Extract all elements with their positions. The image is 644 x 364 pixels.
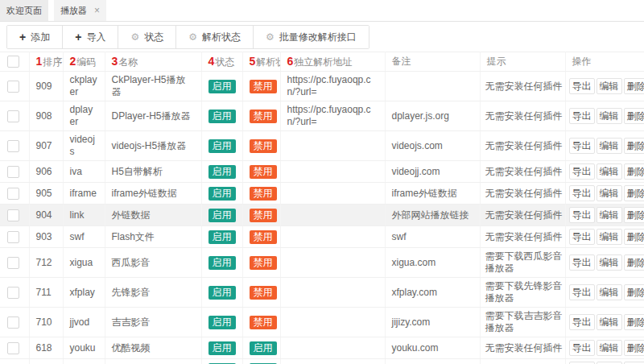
column-marker: 6 [287, 55, 294, 68]
status-badge: 启用 [208, 165, 236, 179]
edit-button[interactable]: 编辑 [597, 340, 622, 356]
hint-cell: 无需安装任何插件 [480, 226, 565, 248]
table-row: 710jjvod吉吉影音启用禁用jijizy.com需要下载吉吉影音播放器导出编… [0, 308, 644, 337]
remark-cell: videojj.com [385, 161, 480, 183]
url-cell [280, 183, 385, 205]
column-header: 提示 [480, 52, 565, 72]
edit-button[interactable]: 编辑 [597, 108, 622, 124]
url-cell [280, 248, 385, 278]
export-button[interactable]: 导出 [569, 254, 595, 271]
table-row: 907videojsvideojs-H5播放器启用禁用videojs.com无需… [0, 131, 644, 161]
table-row: 909ckplayerCkPlayer-H5播放器启用禁用https://pc.… [0, 72, 644, 101]
delete-button[interactable]: 删除 [624, 138, 644, 154]
name-cell: 优酷视频 [105, 337, 201, 359]
delete-button[interactable]: 删除 [624, 108, 644, 124]
delete-button[interactable]: 删除 [624, 340, 644, 356]
export-button[interactable]: 导出 [569, 314, 595, 330]
row-checkbox[interactable] [7, 257, 19, 269]
status-button[interactable]: ⚙ 状态 [118, 26, 176, 48]
add-button[interactable]: + 添加 [7, 26, 63, 48]
delete-button[interactable]: 删除 [624, 314, 644, 330]
column-header: 1排序 [29, 52, 63, 72]
remark-cell: jijizy.com [385, 308, 480, 337]
batch-modify-button[interactable]: ⚙ 批量修改解析接口 [254, 26, 369, 48]
toolbar-button-group: + 添加 + 导入 ⚙ 状态 ⚙ 解析状态 ⚙ 批量修改解析接口 [6, 25, 369, 49]
delete-button[interactable]: 删除 [624, 284, 644, 300]
row-checkbox[interactable] [7, 287, 19, 299]
actions-cell: 导出编辑删除 [565, 226, 644, 248]
edit-button[interactable]: 编辑 [597, 138, 622, 154]
delete-button[interactable]: 删除 [624, 185, 644, 201]
export-button[interactable]: 导出 [569, 207, 595, 223]
export-button[interactable]: 导出 [569, 163, 595, 180]
edit-button[interactable]: 编辑 [597, 163, 622, 180]
row-checkbox[interactable] [7, 140, 19, 152]
parse-status-button[interactable]: ⚙ 解析状态 [176, 26, 254, 48]
actions-cell: 导出编辑删除 [565, 131, 644, 161]
export-button[interactable]: 导出 [569, 284, 595, 300]
export-button[interactable]: 导出 [569, 340, 595, 356]
name-cell: CkPlayer-H5播放器 [105, 72, 201, 101]
edit-button[interactable]: 编辑 [597, 78, 622, 94]
row-checkbox[interactable] [7, 316, 19, 329]
tab-welcome[interactable]: 欢迎页面 [0, 0, 48, 21]
url-cell [280, 161, 385, 183]
sort-cell: 909 [29, 72, 63, 101]
delete-button[interactable]: 删除 [624, 207, 644, 223]
edit-button[interactable]: 编辑 [597, 207, 622, 223]
column-marker: 2 [70, 55, 76, 68]
export-button[interactable]: 导出 [569, 138, 595, 154]
edit-button[interactable]: 编辑 [597, 314, 622, 330]
sort-cell: 904 [29, 205, 63, 226]
sort-cell: 617 [29, 359, 63, 364]
delete-button[interactable]: 删除 [624, 229, 644, 245]
url-cell [280, 359, 385, 364]
row-checkbox[interactable] [7, 188, 19, 200]
row-checkbox[interactable] [7, 110, 19, 122]
export-button[interactable]: 导出 [569, 108, 595, 124]
select-all-checkbox[interactable] [7, 56, 19, 68]
code-cell: jjvod [63, 308, 105, 337]
status-badge: 启用 [208, 80, 236, 93]
edit-button[interactable]: 编辑 [597, 254, 622, 271]
actions-cell: 导出编辑删除 [565, 72, 644, 101]
delete-button[interactable]: 删除 [624, 254, 644, 271]
status-badge: 启用 [208, 230, 236, 244]
remark-cell [385, 72, 480, 101]
row-checkbox[interactable] [7, 342, 19, 354]
parse-status-badge: 禁用 [250, 80, 277, 93]
export-button[interactable]: 导出 [569, 78, 595, 94]
parse-status-badge: 禁用 [250, 139, 277, 153]
edit-button[interactable]: 编辑 [597, 229, 622, 245]
row-checkbox[interactable] [7, 209, 19, 221]
row-checkbox[interactable] [7, 231, 19, 243]
close-icon[interactable]: × [94, 6, 100, 15]
tab-player[interactable]: 播放器 × [54, 0, 106, 21]
edit-button[interactable]: 编辑 [597, 284, 622, 300]
edit-button[interactable]: 编辑 [597, 185, 622, 201]
remark-cell: 56.com [385, 359, 480, 364]
hint-cell: 无需安装任何插件 [480, 183, 565, 205]
status-badge: 启用 [208, 110, 236, 123]
actions-cell: 导出编辑删除 [565, 337, 644, 359]
delete-button[interactable]: 删除 [624, 78, 644, 94]
export-button[interactable]: 导出 [569, 185, 595, 201]
row-checkbox[interactable] [7, 81, 19, 93]
column-header: 4状态 [201, 52, 242, 72]
name-cell: H5自带解析 [105, 161, 201, 183]
export-button[interactable]: 导出 [569, 229, 595, 245]
code-cell: link [63, 205, 105, 226]
code-cell: swf [63, 226, 105, 248]
import-button[interactable]: + 导入 [63, 26, 118, 48]
remark-cell: xigua.com [385, 248, 480, 278]
hint-cell: 无需安装任何插件 [480, 205, 565, 226]
status-badge: 启用 [208, 316, 236, 329]
delete-button[interactable]: 删除 [624, 163, 644, 180]
row-checkbox[interactable] [7, 166, 19, 178]
player-table: 1排序2编码3名称4状态5解析状态6独立解析地址备注提示操作 909ckplay… [0, 52, 644, 364]
gear-icon: ⚙ [266, 32, 275, 42]
code-cell: 56_ [63, 359, 105, 364]
column-marker: 1 [36, 55, 43, 68]
actions-cell: 导出编辑删除 [565, 308, 644, 337]
url-cell [280, 278, 385, 308]
